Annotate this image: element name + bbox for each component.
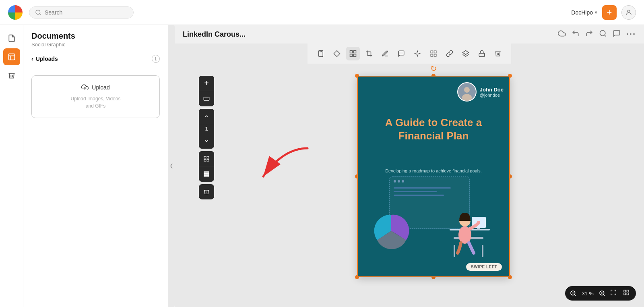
brand-chevron-icon: ∨ xyxy=(594,10,597,15)
svg-rect-38 xyxy=(477,228,480,230)
toolbar-sparkle-btn[interactable] xyxy=(411,47,424,60)
svg-rect-33 xyxy=(454,245,455,257)
info-icon[interactable]: ℹ xyxy=(152,55,160,63)
panel-content: Upload Upload Images, Videosand GIFs xyxy=(23,67,168,307)
svg-point-0 xyxy=(36,10,40,15)
page-number: 1 xyxy=(205,124,208,133)
slide-swipe-label: SWIPE LEFT xyxy=(466,263,502,271)
user-avatar[interactable] xyxy=(621,5,636,20)
svg-rect-34 xyxy=(482,245,483,257)
toolbar-crop-btn[interactable] xyxy=(362,47,376,60)
zoom-controls: + xyxy=(199,76,214,106)
upload-button-label: Upload xyxy=(92,84,109,91)
zoom-out-btn[interactable] xyxy=(570,290,576,297)
svg-rect-51 xyxy=(624,293,626,295)
collapse-icon xyxy=(170,163,173,169)
panel-collapse-handle[interactable] xyxy=(168,25,175,307)
resize-btn[interactable] xyxy=(199,91,214,106)
uploads-back-button[interactable]: ‹ Uploads xyxy=(31,56,58,62)
svg-point-2 xyxy=(627,10,630,12)
more-options-icon[interactable]: ··· xyxy=(626,29,636,39)
svg-rect-20 xyxy=(479,53,485,56)
zoom-in-btn[interactable] xyxy=(599,290,605,297)
list-layout-btn[interactable] xyxy=(199,166,214,182)
canvas-left-controls: + 1 xyxy=(199,76,214,199)
canvas-search-icon[interactable] xyxy=(599,29,607,39)
zoom-level: 31 % xyxy=(580,290,596,297)
slide-title: A Guide to Create a Financial Plan xyxy=(365,116,502,142)
cloud-save-icon[interactable] xyxy=(558,29,566,39)
svg-rect-3 xyxy=(8,54,14,60)
grid-view-btn[interactable] xyxy=(621,288,631,298)
brand-selector[interactable]: DocHipo ∨ xyxy=(571,9,597,16)
toolbar-shape-btn[interactable] xyxy=(330,47,344,60)
upload-box[interactable]: Upload Upload Images, Videosand GIFs xyxy=(31,75,160,118)
template-icon xyxy=(8,53,16,61)
svg-rect-18 xyxy=(434,54,436,56)
delete-control xyxy=(199,184,214,199)
add-element-btn[interactable]: + xyxy=(199,76,214,91)
rotate-handle[interactable]: ↻ xyxy=(430,64,437,73)
panel-header: Documents Social Graphic xyxy=(23,25,168,51)
svg-rect-28 xyxy=(204,175,209,176)
app-logo[interactable] xyxy=(8,5,23,20)
delete-slide-btn[interactable] xyxy=(199,184,214,199)
sidebar-item-trash[interactable] xyxy=(3,67,20,84)
svg-rect-17 xyxy=(431,54,433,56)
svg-rect-14 xyxy=(354,54,356,57)
slide-illustration xyxy=(373,176,494,257)
svg-line-1 xyxy=(39,14,41,15)
slide[interactable]: John Doe @johndoe A Guide to Create a Fi… xyxy=(357,76,510,277)
svg-rect-50 xyxy=(627,290,629,292)
upload-icon xyxy=(81,84,89,91)
svg-rect-24 xyxy=(204,159,206,161)
page-down-btn[interactable] xyxy=(199,133,214,149)
sidebar-item-document[interactable] xyxy=(3,30,20,47)
search-bar[interactable] xyxy=(29,6,134,19)
undo-icon[interactable] xyxy=(572,29,580,39)
toolbar-grid-btn[interactable] xyxy=(427,47,440,60)
toolbar-link-btn[interactable] xyxy=(443,47,456,60)
search-input[interactable] xyxy=(45,9,128,16)
svg-point-7 xyxy=(600,30,605,35)
sidebar-item-template[interactable] xyxy=(3,48,20,65)
toolbar-delete-btn[interactable] xyxy=(491,47,505,60)
illus-lines xyxy=(394,187,465,196)
svg-line-46 xyxy=(603,295,605,296)
svg-rect-12 xyxy=(354,51,356,53)
page-up-btn[interactable] xyxy=(199,109,214,124)
left-panel: Documents Social Graphic ‹ Uploads ℹ Upl… xyxy=(23,25,168,307)
back-arrow-icon: ‹ xyxy=(31,56,33,62)
toolbar-pencil-btn[interactable] xyxy=(378,47,392,60)
person-illustration xyxy=(450,197,490,257)
slide-title-line1: A Guide to Create a xyxy=(385,116,482,129)
toolbar-clipboard-btn[interactable] xyxy=(314,47,328,60)
pie-chart xyxy=(373,213,409,249)
comment-icon[interactable] xyxy=(613,29,621,39)
upload-subtext: Upload Images, Videosand GIFs xyxy=(71,95,121,110)
toolbar-layers-btn[interactable] xyxy=(459,47,473,60)
redo-icon[interactable] xyxy=(585,29,593,39)
app-layout: Documents Social Graphic ‹ Uploads ℹ Upl… xyxy=(0,25,644,307)
svg-marker-19 xyxy=(463,51,469,55)
top-navigation: DocHipo ∨ + xyxy=(0,0,644,25)
fit-screen-btn[interactable] xyxy=(609,288,618,298)
add-button[interactable]: + xyxy=(602,5,617,20)
toolbar-lock-btn[interactable] xyxy=(475,47,489,60)
main-canvas: LinkedIn Carous... xyxy=(175,25,644,307)
toolbar-select-btn[interactable] xyxy=(346,47,360,60)
bottom-zoom-bar: 31 % xyxy=(565,286,636,301)
search-icon xyxy=(35,9,41,16)
slide-title-line2: Financial Plan xyxy=(398,130,469,142)
grid-layout-btn[interactable] xyxy=(199,151,214,166)
svg-rect-16 xyxy=(434,51,436,53)
upload-button[interactable]: Upload xyxy=(81,84,109,91)
slide-profile-handle: @johndoe xyxy=(480,93,504,97)
svg-rect-49 xyxy=(624,290,626,292)
canvas-area[interactable]: + 1 xyxy=(175,64,644,307)
slide-profile-text: John Doe @johndoe xyxy=(480,87,504,97)
slide-card-wrapper[interactable]: ↻ xyxy=(357,76,510,277)
icon-sidebar xyxy=(0,25,23,307)
svg-rect-22 xyxy=(204,156,206,158)
toolbar-text-btn[interactable] xyxy=(394,47,408,60)
